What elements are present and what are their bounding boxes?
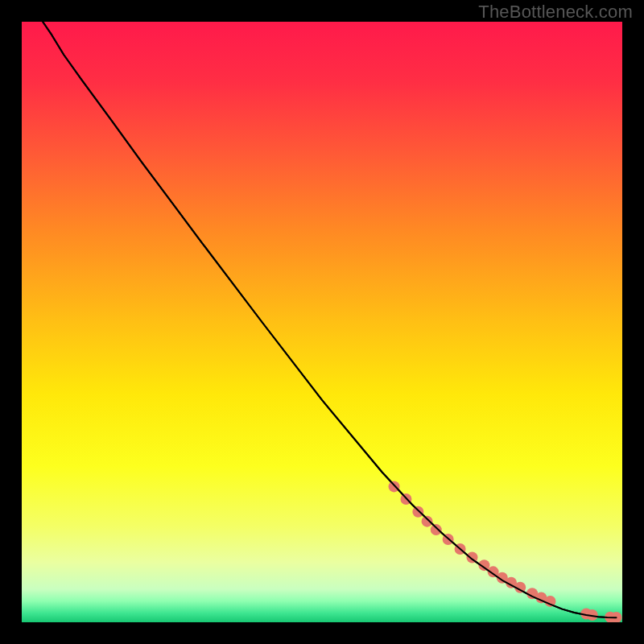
highlight-dot [412, 506, 423, 518]
gradient-background [22, 22, 622, 622]
highlight-dot [422, 516, 433, 527]
watermark-text: TheBottleneck.com [478, 2, 633, 23]
plot-svg [22, 22, 622, 622]
plot-area [22, 22, 622, 622]
highlight-dot [431, 524, 442, 535]
chart-frame: TheBottleneck.com [0, 0, 644, 644]
